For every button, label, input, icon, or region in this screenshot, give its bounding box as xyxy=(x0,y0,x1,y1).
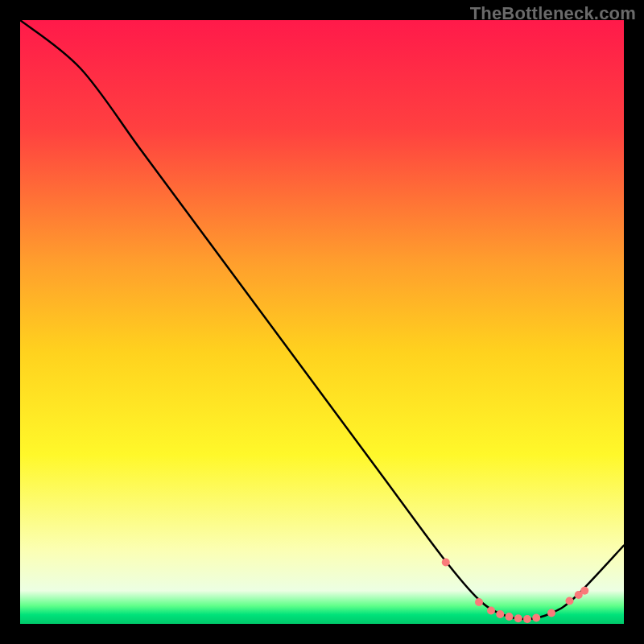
marker-point xyxy=(547,609,555,617)
plot-area xyxy=(20,20,624,624)
marker-point xyxy=(514,614,522,622)
marker-point xyxy=(580,587,588,595)
marker-point xyxy=(523,615,531,623)
marker-point xyxy=(566,597,574,605)
background-gradient xyxy=(20,20,624,624)
chart-svg xyxy=(20,20,624,624)
chart-frame: TheBottleneck.com xyxy=(0,0,644,644)
marker-point xyxy=(442,559,450,567)
watermark-text: TheBottleneck.com xyxy=(470,3,636,24)
marker-point xyxy=(506,613,514,621)
marker-point xyxy=(532,614,540,622)
marker-point xyxy=(496,610,504,618)
marker-point xyxy=(475,598,483,606)
marker-point xyxy=(487,607,495,615)
